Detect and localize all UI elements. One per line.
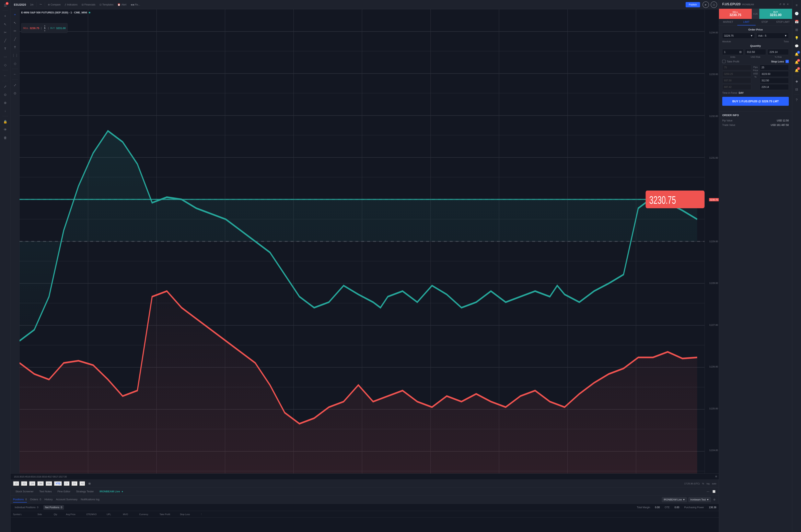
tif-value[interactable]: DAY bbox=[739, 92, 744, 94]
sl-usd-input[interactable] bbox=[760, 78, 789, 83]
settings-icon[interactable]: ⚙ bbox=[715, 475, 717, 478]
timeframe-button[interactable]: 1m bbox=[29, 2, 35, 7]
patterns-draw-icon[interactable]: ⋮⋮ bbox=[12, 52, 19, 59]
col-currency[interactable]: Currency bbox=[139, 513, 160, 515]
col-upl[interactable]: UPL bbox=[107, 513, 123, 515]
period-6m[interactable]: 6M bbox=[45, 481, 52, 486]
text-tool-icon[interactable]: T bbox=[2, 45, 9, 52]
pen-draw-icon[interactable]: ╱ bbox=[12, 35, 19, 43]
tp-pips-input[interactable] bbox=[722, 65, 751, 70]
price-type-dropdown[interactable]: Ask - 5 ▼ bbox=[757, 33, 789, 39]
period-1y[interactable]: 1Y bbox=[64, 481, 70, 486]
period-ytd[interactable]: YTD bbox=[54, 481, 62, 486]
pct-risk-input[interactable]: 229.14 bbox=[768, 49, 789, 55]
right-icon-question[interactable]: ? bbox=[793, 96, 800, 104]
qty-increase[interactable]: ▲ bbox=[43, 24, 47, 27]
right-icon-calendar[interactable]: 📅 bbox=[793, 18, 800, 25]
cursor-icon[interactable]: ↖ bbox=[2, 21, 9, 28]
log-btn[interactable]: log bbox=[707, 482, 710, 485]
crosshair-draw-icon[interactable]: + bbox=[12, 11, 19, 18]
publish-button[interactable]: Publish bbox=[686, 2, 700, 7]
buy-button[interactable]: BUY 3231.00 bbox=[759, 9, 792, 19]
right-icon-lightbulb[interactable]: 💡 bbox=[793, 34, 800, 41]
period-5y[interactable]: 5Y bbox=[71, 481, 78, 486]
close-panel-icon[interactable]: ✕ bbox=[787, 3, 789, 6]
patterns-icon[interactable]: ⋯ bbox=[2, 53, 9, 60]
right-icon-layers[interactable]: ⊟ bbox=[793, 86, 800, 93]
tab-history[interactable]: History bbox=[44, 497, 53, 502]
col-stop-loss[interactable]: Stop Loss bbox=[180, 513, 200, 515]
back-icon[interactable]: ← bbox=[2, 72, 9, 79]
tab-orders[interactable]: Orders 0 bbox=[30, 497, 41, 502]
chart-main[interactable]: E-MINI S&P 500 FUTURES (SEP 2020) · 1 · … bbox=[20, 10, 705, 473]
tab-notifications[interactable]: Notifications log bbox=[81, 497, 99, 502]
sl-pct-input[interactable] bbox=[760, 84, 789, 90]
compare-chart-icon[interactable]: ⊟ bbox=[89, 482, 91, 485]
col-qty[interactable]: Qty bbox=[54, 513, 66, 515]
order-price-input[interactable]: 3229.75 ▼ bbox=[722, 33, 755, 39]
pin-icon[interactable]: ↓ bbox=[2, 107, 9, 114]
star-icon[interactable]: ⊕ bbox=[2, 99, 9, 106]
node-icon[interactable]: ◇ bbox=[2, 61, 9, 69]
percent-btn[interactable]: % bbox=[702, 482, 704, 485]
indicators-button[interactable]: ƒ Indicators bbox=[63, 2, 79, 7]
back-draw-icon[interactable]: ← bbox=[12, 71, 19, 78]
minimize-panel-btn[interactable]: — bbox=[706, 489, 710, 494]
positions-settings-btn[interactable]: ⚙ bbox=[712, 497, 716, 502]
buy-price[interactable]: 3231.00 bbox=[56, 27, 66, 30]
play-button[interactable]: ▶ bbox=[703, 1, 709, 8]
trash-icon[interactable]: 🗑 bbox=[2, 134, 9, 141]
cursor-draw-icon[interactable]: ↖ bbox=[12, 19, 19, 26]
menu-icon[interactable]: ☰ 9 bbox=[2, 2, 9, 9]
period-all[interactable]: All bbox=[79, 481, 85, 486]
right-icon-bars[interactable]: ≡ bbox=[793, 2, 800, 9]
usd-risk-input[interactable]: 312.50 bbox=[745, 49, 766, 55]
ruler-draw-icon[interactable]: ⤢ bbox=[12, 81, 19, 89]
tp-price-input[interactable] bbox=[722, 71, 751, 77]
right-icon-clock[interactable]: 🕐 bbox=[793, 10, 800, 17]
sl-pips-input[interactable] bbox=[760, 65, 789, 70]
alert-button[interactable]: ⏰ Alert bbox=[116, 2, 128, 7]
qty-decrease[interactable]: ▼ bbox=[43, 30, 47, 32]
tab-ironbeam-live[interactable]: IRONBEAM Live ● bbox=[97, 489, 126, 494]
tp-usd-input[interactable] bbox=[722, 78, 751, 83]
templates-button[interactable]: ⊡ Templates bbox=[98, 2, 115, 7]
individual-positions-btn[interactable]: Individual Positions 0 bbox=[13, 505, 40, 510]
tab-stock-screener[interactable]: Stock Screener bbox=[13, 489, 36, 494]
scissors-draw-icon[interactable]: ✂ bbox=[12, 27, 19, 35]
broker-dropdown[interactable]: IRONBEAM Live ▼ bbox=[662, 497, 687, 502]
audio-button[interactable]: ))) bbox=[711, 1, 717, 8]
pen-icon[interactable]: ╱ bbox=[2, 37, 9, 44]
tab-pine-editor[interactable]: Pine Editor bbox=[55, 489, 73, 494]
right-icon-diamond[interactable]: ◆ bbox=[793, 77, 800, 85]
period-3m[interactable]: 3M bbox=[37, 481, 44, 486]
zoom-draw-icon[interactable]: ⊙ bbox=[12, 90, 19, 97]
tab-stop-limit[interactable]: STOP LIMIT bbox=[774, 19, 792, 25]
quantity-stepper[interactable]: ▲ 1 ▼ bbox=[43, 24, 47, 32]
units-input[interactable]: 1 ⊟ bbox=[722, 49, 743, 55]
col-more[interactable]: ⋮ bbox=[200, 513, 206, 515]
ruler-icon[interactable]: ⤢ bbox=[2, 83, 9, 90]
period-5d[interactable]: 5D bbox=[21, 481, 27, 486]
text-draw-icon[interactable]: T bbox=[12, 43, 19, 51]
zoom-icon[interactable]: ⊙ bbox=[2, 91, 9, 98]
settings-trade-icon[interactable]: ⚙ bbox=[783, 3, 785, 6]
financials-button[interactable]: ⊟ Financials bbox=[80, 2, 97, 7]
col-avg-price[interactable]: Avg Price bbox=[66, 513, 86, 515]
take-profit-checkbox[interactable] bbox=[722, 60, 726, 63]
col-side[interactable]: Side bbox=[37, 513, 54, 515]
col-symbol[interactable]: Symbol ↕ bbox=[13, 513, 37, 515]
expand-panel-btn[interactable]: ⬜ bbox=[712, 489, 716, 494]
eye-icon[interactable]: 👁 bbox=[2, 126, 9, 133]
tab-strategy-tester[interactable]: Strategy Tester bbox=[74, 489, 96, 494]
sl-price-input[interactable] bbox=[760, 71, 789, 77]
net-positions-btn[interactable]: Net Positions 0 bbox=[43, 505, 64, 510]
right-icon-notification[interactable]: 🔔 1 bbox=[793, 51, 800, 58]
right-icon-notification-2[interactable]: 🔔 2 bbox=[793, 67, 800, 74]
tab-text-notes[interactable]: Text Notes bbox=[37, 489, 54, 494]
node-draw-icon[interactable]: ◇ bbox=[12, 60, 19, 67]
auto-btn[interactable]: auto bbox=[712, 482, 716, 485]
tab-stop[interactable]: STOP bbox=[756, 19, 774, 25]
tab-account-summary[interactable]: Account Summary bbox=[56, 497, 77, 502]
scissors-icon[interactable]: ✂ bbox=[2, 29, 9, 36]
